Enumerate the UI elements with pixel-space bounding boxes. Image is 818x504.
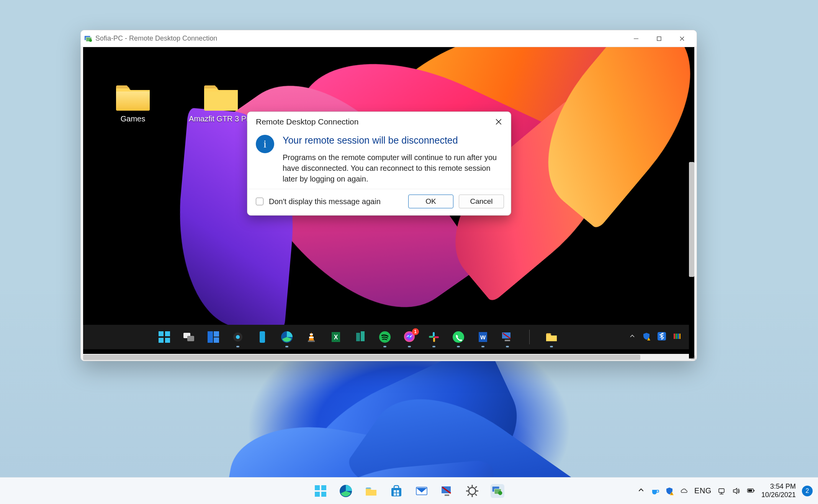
edge-icon[interactable] bbox=[280, 331, 293, 344]
cancel-button[interactable]: Cancel bbox=[459, 195, 504, 208]
host-start-button[interactable] bbox=[314, 484, 327, 498]
bluetooth-icon[interactable] bbox=[658, 332, 666, 342]
host-rdp-active-icon[interactable] bbox=[491, 484, 504, 498]
office-building-icon[interactable] bbox=[354, 331, 367, 344]
svg-rect-62 bbox=[397, 490, 399, 493]
svg-rect-21 bbox=[310, 334, 313, 335]
svg-point-34 bbox=[453, 331, 464, 343]
svg-rect-55 bbox=[321, 485, 326, 490]
settings-icon[interactable] bbox=[231, 331, 244, 344]
clock[interactable]: 3:54 PM 10/26/2021 bbox=[761, 483, 796, 499]
svg-rect-56 bbox=[315, 492, 320, 497]
remote-taskbar: X 1 W bbox=[83, 325, 689, 349]
clock-time: 3:54 PM bbox=[761, 483, 796, 491]
svg-rect-60 bbox=[394, 486, 399, 489]
desktop-icon-label: Games bbox=[121, 115, 145, 123]
folder-icon bbox=[203, 82, 239, 111]
rdp-horizontal-scrollbar[interactable] bbox=[83, 354, 689, 361]
rdp-app-icon bbox=[84, 34, 92, 43]
host-file-explorer-icon[interactable] bbox=[364, 484, 378, 498]
svg-rect-26 bbox=[356, 333, 360, 341]
file-explorer-icon[interactable] bbox=[545, 331, 558, 344]
volume-icon[interactable] bbox=[732, 487, 741, 495]
rdp-window-title: Sofia-PC - Remote Desktop Connection bbox=[95, 34, 217, 43]
host-taskbar: ! ENG 3:54 PM 10/26/2021 2 bbox=[0, 477, 818, 504]
svg-rect-88 bbox=[754, 490, 754, 491]
svg-point-52 bbox=[693, 359, 694, 360]
close-button[interactable] bbox=[671, 30, 694, 47]
remote-desktop-viewport[interactable]: Games Amazfit GTR 3 Pro X bbox=[83, 47, 694, 358]
svg-marker-20 bbox=[309, 332, 314, 340]
svg-text:!: ! bbox=[671, 492, 672, 495]
network-icon[interactable] bbox=[718, 487, 726, 495]
start-button[interactable] bbox=[158, 331, 171, 344]
spotify-icon[interactable] bbox=[378, 331, 391, 344]
host-rdp-disabled-icon[interactable] bbox=[440, 484, 454, 498]
svg-rect-83 bbox=[719, 489, 724, 493]
maximize-button[interactable] bbox=[648, 30, 671, 47]
dont-display-checkbox[interactable] bbox=[256, 198, 263, 205]
svg-point-69 bbox=[469, 488, 476, 494]
info-icon: i bbox=[256, 135, 274, 153]
color-meter-icon[interactable] bbox=[673, 332, 681, 342]
host-settings-icon[interactable] bbox=[465, 484, 479, 498]
svg-rect-22 bbox=[309, 337, 314, 338]
svg-line-77 bbox=[468, 494, 469, 496]
language-indicator[interactable]: ENG bbox=[694, 486, 712, 495]
host-tray-chevron-up-icon[interactable] bbox=[638, 487, 645, 495]
tray-chevron-up-icon[interactable] bbox=[629, 333, 635, 341]
svg-point-51 bbox=[692, 359, 692, 360]
svg-rect-32 bbox=[433, 337, 435, 342]
clock-date: 10/26/2021 bbox=[761, 491, 796, 499]
svg-line-76 bbox=[475, 486, 477, 488]
messenger-icon[interactable]: 1 bbox=[403, 331, 416, 344]
svg-rect-7 bbox=[159, 331, 164, 336]
ok-button[interactable]: OK bbox=[408, 195, 453, 208]
slack-icon[interactable] bbox=[427, 331, 440, 344]
host-store-icon[interactable] bbox=[389, 484, 403, 498]
svg-rect-13 bbox=[208, 331, 213, 343]
security-shield-icon[interactable] bbox=[642, 332, 651, 342]
word-icon[interactable]: W bbox=[476, 331, 489, 344]
svg-point-2 bbox=[89, 39, 92, 41]
disconnect-dialog: Remote Desktop Connection i Your remote … bbox=[247, 111, 511, 216]
svg-rect-9 bbox=[159, 338, 164, 343]
messenger-badge: 1 bbox=[412, 328, 419, 335]
dont-display-label: Don't display this message again bbox=[269, 197, 403, 206]
onedrive-icon[interactable] bbox=[680, 487, 688, 495]
svg-rect-43 bbox=[676, 334, 677, 339]
svg-rect-27 bbox=[361, 331, 365, 341]
coffee-icon[interactable] bbox=[651, 487, 659, 495]
svg-text:X: X bbox=[334, 334, 338, 340]
svg-point-50 bbox=[695, 357, 695, 358]
vlc-icon[interactable] bbox=[305, 331, 318, 344]
svg-point-17 bbox=[236, 335, 240, 339]
security-shield-warning-icon[interactable]: ! bbox=[665, 487, 674, 495]
phone-link-icon[interactable] bbox=[256, 331, 269, 344]
svg-rect-42 bbox=[674, 334, 675, 339]
remote-vertical-scrollbar[interactable] bbox=[689, 162, 694, 277]
folder-icon bbox=[115, 82, 151, 111]
task-view-icon[interactable] bbox=[182, 331, 195, 344]
host-mail-icon[interactable] bbox=[415, 484, 429, 498]
resize-grip-icon[interactable] bbox=[690, 355, 696, 360]
host-edge-icon[interactable] bbox=[339, 484, 353, 498]
svg-rect-14 bbox=[214, 331, 219, 337]
desktop-folder-games[interactable]: Games bbox=[106, 82, 160, 123]
svg-point-48 bbox=[695, 356, 695, 357]
widgets-icon[interactable] bbox=[207, 331, 220, 344]
notification-count-badge[interactable]: 2 bbox=[802, 486, 813, 496]
svg-line-75 bbox=[475, 494, 477, 496]
whatsapp-icon[interactable] bbox=[452, 331, 465, 344]
svg-rect-59 bbox=[391, 488, 401, 496]
desktop-folder-amazfit[interactable]: Amazfit GTR 3 Pro bbox=[194, 82, 248, 123]
svg-rect-68 bbox=[445, 494, 449, 496]
rdp-titlebar[interactable]: Sofia-PC - Remote Desktop Connection bbox=[81, 30, 697, 47]
svg-rect-10 bbox=[165, 338, 170, 343]
rdp-taskbar-icon[interactable] bbox=[501, 331, 514, 344]
excel-icon[interactable]: X bbox=[329, 331, 342, 344]
minimize-button[interactable] bbox=[625, 30, 648, 47]
svg-rect-4 bbox=[657, 37, 661, 41]
battery-icon[interactable] bbox=[747, 487, 755, 495]
dialog-close-button[interactable] bbox=[493, 116, 504, 127]
